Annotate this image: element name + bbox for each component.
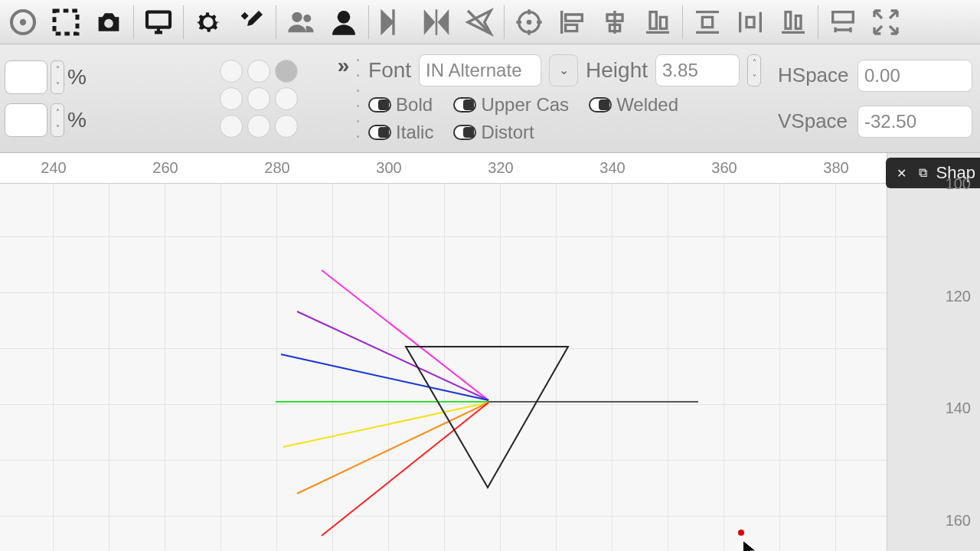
font-label: Font <box>368 58 411 83</box>
close-icon[interactable]: ✕ <box>893 165 910 181</box>
ruler-tick: 160 <box>946 512 971 530</box>
ruler-tick: 360 <box>711 159 737 177</box>
uppercase-label: Upper Cas <box>481 94 569 116</box>
welded-label: Welded <box>616 94 678 116</box>
distort-toggle[interactable] <box>453 125 476 140</box>
distribute-bottom-icon[interactable] <box>773 4 813 41</box>
distort-label: Distort <box>481 122 534 143</box>
italic-toggle[interactable] <box>368 125 391 140</box>
frame-icon[interactable] <box>823 4 863 41</box>
ruler-tick: 320 <box>488 159 513 177</box>
pct-label: % <box>67 108 87 132</box>
bold-label: Bold <box>396 94 433 116</box>
ruler-tick: 380 <box>823 159 848 177</box>
svg-point-3 <box>104 18 113 28</box>
expand-icon[interactable] <box>866 4 906 41</box>
monitor-icon[interactable] <box>139 4 178 41</box>
align-middle-icon[interactable] <box>595 4 635 41</box>
ruler-tick: 240 <box>41 159 66 177</box>
cursor-icon <box>741 539 758 551</box>
svg-line-15 <box>281 354 488 400</box>
vertical-ruler: ✕ ⧉ Shap 100120140160 <box>887 153 980 551</box>
ruler-tick: 120 <box>946 288 971 305</box>
align-left-icon[interactable] <box>552 4 592 41</box>
marquee-icon[interactable] <box>46 4 86 41</box>
distribute-horizontal-icon[interactable] <box>730 4 770 41</box>
ruler-tick: 140 <box>946 399 971 417</box>
canvas-svg[interactable] <box>0 184 887 551</box>
distribute-top-icon[interactable] <box>688 4 727 41</box>
svg-line-8 <box>468 11 491 34</box>
scale-x-input[interactable] <box>5 60 47 94</box>
welded-toggle[interactable] <box>589 97 612 112</box>
hspace-label: HSpace <box>778 64 853 87</box>
svg-line-17 <box>283 403 488 447</box>
scale-y-input[interactable] <box>5 103 47 137</box>
pct-label: % <box>67 65 87 90</box>
align-center-icon[interactable] <box>509 4 549 41</box>
scale-y-stepper[interactable]: ˄˅ <box>51 103 64 137</box>
uppercase-toggle[interactable] <box>453 97 476 112</box>
ruler-tick: 300 <box>376 159 401 177</box>
horizontal-ruler: 240260280300320340360380 <box>0 153 887 184</box>
target-icon[interactable] <box>3 4 43 41</box>
anchor-grid[interactable] <box>187 44 330 152</box>
height-label: Height <box>586 58 648 83</box>
tools-icon[interactable] <box>231 4 271 41</box>
svg-point-1 <box>20 18 26 24</box>
ruler-tick: 100 <box>946 175 971 193</box>
main-toolbar <box>0 0 980 44</box>
flip-horizontal-icon[interactable] <box>374 4 413 41</box>
svg-line-18 <box>297 403 488 494</box>
svg-line-19 <box>322 403 488 536</box>
svg-point-6 <box>303 15 311 22</box>
font-dropdown[interactable]: ⌄ <box>549 54 578 86</box>
collapse-button[interactable]: » <box>331 44 357 152</box>
vspace-input[interactable] <box>858 106 972 138</box>
scale-x-stepper[interactable]: ˄˅ <box>51 60 64 94</box>
font-input[interactable] <box>419 54 541 86</box>
property-bar: ˄˅ % ˄˅ % » Font ⌄ Height ˄˅ Bold Italic <box>0 44 980 153</box>
align-bottom-icon[interactable] <box>638 4 678 41</box>
bold-toggle[interactable] <box>368 97 391 112</box>
svg-point-5 <box>292 11 302 21</box>
laser-dot-icon <box>738 530 744 536</box>
svg-point-7 <box>338 11 351 24</box>
canvas-area: 240260280300320340360380 ✕ ⧉ Shap 100120… <box>0 153 980 551</box>
height-stepper[interactable]: ˄˅ <box>747 54 761 86</box>
user-icon[interactable] <box>324 4 364 41</box>
italic-label: Italic <box>396 122 433 143</box>
svg-rect-2 <box>54 11 77 34</box>
camera-icon[interactable] <box>89 4 129 41</box>
hspace-input[interactable] <box>858 60 972 92</box>
ruler-tick: 340 <box>599 159 625 177</box>
height-input[interactable] <box>655 54 740 86</box>
group-users-icon[interactable] <box>281 4 321 41</box>
svg-rect-11 <box>833 11 854 21</box>
ruler-tick: 260 <box>152 159 178 177</box>
svg-rect-4 <box>147 11 170 27</box>
ruler-tick: 280 <box>264 159 289 177</box>
svg-point-10 <box>527 19 532 24</box>
gear-icon[interactable] <box>188 4 228 41</box>
dock-icon[interactable]: ⧉ <box>915 165 932 181</box>
vspace-label: VSpace <box>778 109 853 133</box>
send-icon[interactable] <box>459 4 499 41</box>
mirror-icon[interactable] <box>416 4 456 41</box>
